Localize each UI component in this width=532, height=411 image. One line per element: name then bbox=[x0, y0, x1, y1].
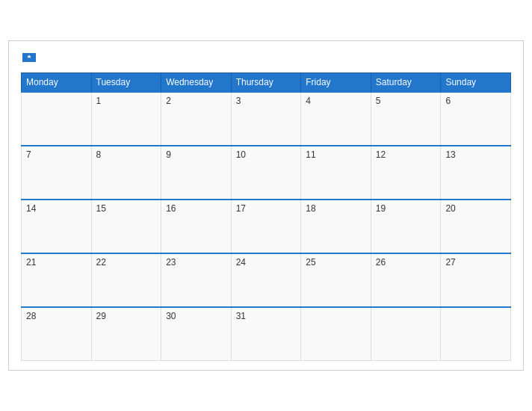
logo-blue-text bbox=[21, 53, 36, 62]
day-cell bbox=[441, 307, 511, 361]
day-cell: 23 bbox=[161, 253, 232, 307]
day-cell: 24 bbox=[231, 253, 301, 307]
day-number: 10 bbox=[236, 149, 246, 160]
day-number: 12 bbox=[376, 149, 386, 160]
day-cell bbox=[301, 307, 371, 361]
day-number: 4 bbox=[306, 96, 311, 106]
day-cell: 13 bbox=[441, 146, 511, 200]
day-header-monday: Monday bbox=[22, 72, 92, 92]
day-number: 18 bbox=[306, 203, 315, 214]
day-number: 15 bbox=[96, 203, 106, 214]
day-cell: 19 bbox=[371, 200, 441, 253]
day-cell: 17 bbox=[231, 200, 301, 253]
day-cell: 11 bbox=[301, 146, 371, 200]
day-number: 7 bbox=[26, 149, 31, 160]
day-cell: 28 bbox=[22, 307, 92, 361]
day-cell bbox=[22, 92, 92, 146]
day-number: 3 bbox=[236, 96, 241, 106]
day-cell: 29 bbox=[91, 307, 161, 361]
day-cell: 1 bbox=[91, 92, 161, 146]
week-row-1: 123456 bbox=[22, 92, 511, 146]
week-row-3: 14151617181920 bbox=[22, 200, 511, 253]
day-header-thursday: Thursday bbox=[231, 72, 301, 92]
day-cell: 6 bbox=[441, 92, 511, 146]
day-header-saturday: Saturday bbox=[371, 72, 441, 92]
day-number: 23 bbox=[166, 257, 176, 268]
day-number: 1 bbox=[96, 96, 102, 106]
day-number: 27 bbox=[445, 257, 455, 268]
day-cell: 7 bbox=[22, 146, 92, 200]
day-cell: 9 bbox=[161, 146, 232, 200]
day-cell: 10 bbox=[231, 146, 301, 200]
svg-rect-0 bbox=[22, 53, 36, 62]
day-cell: 18 bbox=[301, 200, 371, 253]
day-number: 25 bbox=[306, 257, 315, 268]
day-cell: 20 bbox=[441, 200, 511, 253]
day-header-wednesday: Wednesday bbox=[161, 72, 232, 92]
week-row-4: 21222324252627 bbox=[22, 253, 511, 307]
day-cell: 16 bbox=[161, 200, 232, 253]
day-cell bbox=[371, 307, 441, 361]
day-cell: 27 bbox=[441, 253, 511, 307]
day-number: 17 bbox=[236, 203, 246, 214]
day-cell: 2 bbox=[161, 92, 232, 146]
day-number: 16 bbox=[166, 203, 176, 214]
day-cell: 26 bbox=[371, 253, 441, 307]
day-number: 22 bbox=[96, 257, 106, 268]
day-number: 28 bbox=[26, 311, 36, 321]
week-row-2: 78910111213 bbox=[22, 146, 511, 200]
calendar-grid: MondayTuesdayWednesdayThursdayFridaySatu… bbox=[21, 72, 511, 362]
week-row-5: 28293031 bbox=[22, 307, 511, 361]
day-number: 19 bbox=[376, 203, 386, 214]
day-number: 8 bbox=[96, 149, 102, 160]
day-number: 13 bbox=[445, 149, 455, 160]
calendar-container: MondayTuesdayWednesdayThursdayFridaySatu… bbox=[8, 40, 524, 371]
day-number: 6 bbox=[445, 96, 451, 106]
day-cell: 30 bbox=[161, 307, 232, 361]
day-cell: 4 bbox=[301, 92, 371, 146]
day-cell: 25 bbox=[301, 253, 371, 307]
day-number: 9 bbox=[166, 149, 171, 160]
day-cell: 22 bbox=[91, 253, 161, 307]
day-cell: 3 bbox=[231, 92, 301, 146]
day-number: 21 bbox=[26, 257, 36, 268]
day-cell: 31 bbox=[231, 307, 301, 361]
logo-flag-icon bbox=[22, 53, 36, 62]
calendar-header bbox=[21, 53, 511, 62]
day-number: 14 bbox=[26, 203, 36, 214]
day-number: 31 bbox=[236, 311, 246, 321]
logo bbox=[21, 53, 36, 62]
day-number: 26 bbox=[376, 257, 386, 268]
day-header-tuesday: Tuesday bbox=[91, 72, 161, 92]
day-number: 30 bbox=[166, 311, 176, 321]
day-number: 5 bbox=[376, 96, 381, 106]
day-cell: 14 bbox=[22, 200, 92, 253]
day-number: 24 bbox=[236, 257, 246, 268]
day-cell: 12 bbox=[371, 146, 441, 200]
day-cell: 15 bbox=[91, 200, 161, 253]
day-number: 20 bbox=[445, 203, 455, 214]
day-number: 29 bbox=[96, 311, 106, 321]
day-number: 11 bbox=[306, 149, 315, 160]
day-header-sunday: Sunday bbox=[441, 72, 511, 92]
day-number: 2 bbox=[166, 96, 171, 106]
day-header-friday: Friday bbox=[301, 72, 371, 92]
day-cell: 8 bbox=[91, 146, 161, 200]
day-cell: 21 bbox=[22, 253, 92, 307]
day-cell: 5 bbox=[371, 92, 441, 146]
days-header-row: MondayTuesdayWednesdayThursdayFridaySatu… bbox=[22, 72, 511, 92]
